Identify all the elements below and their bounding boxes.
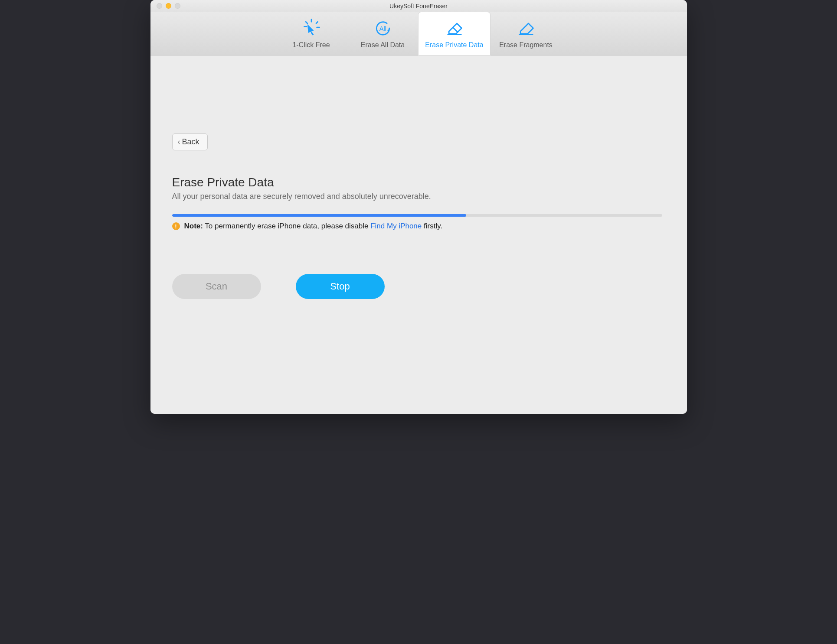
tab-label: Erase All Data [361,41,405,49]
main-toolbar: 1-Click Free All Erase All Data Erase [150,12,687,55]
svg-line-3 [306,22,307,23]
tab-erase-private-data[interactable]: Erase Private Data [418,12,490,55]
window-zoom-button[interactable] [175,3,180,9]
window-minimize-button[interactable] [166,3,171,9]
tab-label: Erase Fragments [499,41,553,49]
tab-erase-fragments[interactable]: Erase Fragments [490,12,562,55]
tab-label: Erase Private Data [425,41,483,49]
find-my-iphone-link[interactable]: Find My iPhone [370,222,422,230]
tab-erase-all-data[interactable]: All Erase All Data [347,12,418,55]
note-label: Note: [184,222,203,230]
svg-point-6 [387,29,389,32]
svg-line-8 [453,27,458,32]
app-window: UkeySoft FoneEraser 1-Click Free All [150,0,687,414]
cursor-click-icon [302,19,321,38]
window-controls [157,3,180,9]
note-after: firstly. [422,222,442,230]
tab-one-click-free[interactable]: 1-Click Free [275,12,347,55]
back-button[interactable]: ‹ Back [172,133,208,150]
warning-icon: ! [172,222,180,230]
eraser-fragments-icon [517,19,536,38]
note-before: To permanently erase iPhone data, please… [203,222,370,230]
note-row: ! Note: To permanently erase iPhone data… [172,222,665,231]
page-title: Erase Private Data [172,176,665,189]
window-close-button[interactable] [157,3,162,9]
svg-text:All: All [379,25,386,32]
page-subtitle: All your personal data are securely remo… [172,192,665,201]
progress-fill [172,214,466,217]
stop-button[interactable]: Stop [296,274,385,299]
scan-button[interactable]: Scan [172,274,261,299]
eraser-icon [445,19,464,38]
tab-label: 1-Click Free [292,41,330,49]
action-buttons: Scan Stop [172,274,665,299]
window-title: UkeySoft FoneEraser [389,3,448,10]
titlebar: UkeySoft FoneEraser [150,0,687,12]
progress-bar [172,214,662,217]
content-area: ‹ Back Erase Private Data All your perso… [150,55,687,414]
svg-line-2 [316,22,318,23]
note-text: Note: To permanently erase iPhone data, … [184,222,443,231]
erase-all-icon: All [373,19,392,38]
back-label: Back [182,137,199,146]
chevron-left-icon: ‹ [178,137,180,146]
